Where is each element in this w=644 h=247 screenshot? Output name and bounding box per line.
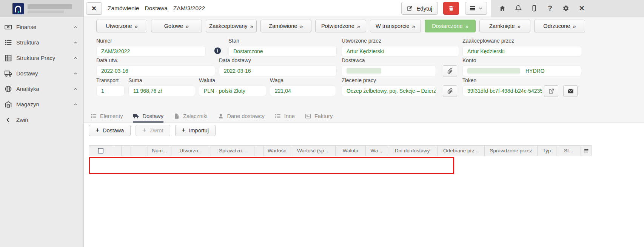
edit-button[interactable]: Edytuj <box>401 2 438 15</box>
home-icon[interactable] <box>495 0 510 17</box>
notifications-bell-icon[interactable] <box>510 0 526 17</box>
delete-button[interactable] <box>443 2 459 15</box>
settings-gear-icon[interactable] <box>558 0 574 17</box>
column-menu-button[interactable] <box>581 146 591 156</box>
column-header-odebrane-przez[interactable]: Odebrane prz... <box>437 146 484 156</box>
waga-field[interactable]: 221,04 <box>270 86 336 96</box>
add-zwrot-button: + Zwrot <box>136 125 170 136</box>
edit-button-label: Edytuj <box>416 5 432 12</box>
workflow-step-gotowe[interactable]: Gotowe» <box>151 20 202 32</box>
workflow-step-zamkniete[interactable]: Zamknięte» <box>479 20 530 32</box>
data-dostawy-field[interactable]: 2022-03-16 <box>219 66 337 76</box>
tab-dostawy[interactable]: Dostawy <box>133 113 163 123</box>
close-record-button[interactable]: ✕ <box>86 2 102 15</box>
data-utw-field[interactable]: 2022-03-16 <box>96 66 215 76</box>
zaakceptowane-przez-field[interactable]: Artur Kędzierski <box>462 46 581 57</box>
workflow-step-w-transporcie[interactable]: W transporcie» <box>370 20 421 32</box>
field-waluta: Waluta PLN - polski Złoty <box>199 77 266 96</box>
field-label: Data dostawy <box>219 57 337 63</box>
sidebar-item-struktura[interactable]: Struktura <box>0 35 83 50</box>
workflow-step-dostarczone[interactable]: Dostarczone» <box>425 20 476 32</box>
double-chevron-icon: » <box>250 23 253 29</box>
sidebar-item-label: Finanse <box>16 24 36 30</box>
sidebar-item-dostawy[interactable]: Dostawy <box>0 66 83 81</box>
question-glyph: ? <box>548 4 552 12</box>
field-label: Dostawca <box>342 57 436 63</box>
workflow-step-odrzucone[interactable]: Odrzucone» <box>534 20 585 32</box>
stan-field[interactable]: Dostarczone <box>228 46 337 57</box>
field-waga: Waga 221,04 <box>270 77 336 96</box>
konto-field[interactable]: HYDRO <box>462 66 581 76</box>
close-app-icon[interactable]: ✕ <box>574 0 590 17</box>
zlecenie-pracy-field[interactable]: Oczep żelbetowy, poj. Sekcje – Dzierżawa <box>342 86 436 96</box>
utworzone-przez-field[interactable]: Artur Kędzierski <box>342 46 459 57</box>
breadcrumb: Zamówienie Dostawa ZAM/3/2022 <box>108 5 205 12</box>
zlecenie-link-button[interactable] <box>443 85 457 97</box>
column-header-st[interactable]: St... <box>556 146 581 156</box>
column-header-dni-do-dostawy[interactable]: Dni do dostawy <box>387 146 437 156</box>
waluta-field[interactable]: PLN - polski Złoty <box>199 86 266 96</box>
spacer-column <box>121 146 131 156</box>
tab-faktury[interactable]: Faktury <box>305 113 333 123</box>
workflow-step-label: Potwierdzone <box>321 23 354 29</box>
chevron-up-icon <box>73 25 78 30</box>
topbar-actions: Edytuj <box>401 0 644 17</box>
suma-field[interactable]: 11 968,76 zł <box>128 86 195 96</box>
chevron-up-icon <box>73 102 78 107</box>
workflow-step-label: W transporcie <box>376 23 409 29</box>
column-header-waluta[interactable]: Waluta <box>335 146 365 156</box>
workflow-step-zaakceptowany[interactable]: Zaakceptowany» <box>206 20 257 32</box>
workflow-step-label: Zaakceptowany <box>209 23 248 29</box>
double-chevron-icon: » <box>573 23 576 29</box>
breadcrumb-segment: Dostawa <box>145 5 168 12</box>
help-icon[interactable]: ? <box>542 0 558 17</box>
mobile-phone-icon[interactable] <box>526 0 542 17</box>
tab-dane-dostawcy[interactable]: Dane dostawcy <box>218 113 265 123</box>
workflow-step-zamowione[interactable]: Zamówione» <box>260 20 311 32</box>
tab-zalaczniki[interactable]: Załączniki <box>174 113 207 123</box>
token-mail-button[interactable] <box>563 85 578 97</box>
more-actions-dropdown[interactable] <box>465 2 487 15</box>
token-field[interactable]: 39f31dfd-bc7f-498d-b24c-54235l <box>462 86 542 96</box>
dostawca-field[interactable] <box>342 66 436 76</box>
sidebar-item-analityka[interactable]: Analityka <box>0 81 83 97</box>
field-label: Waga <box>270 77 336 83</box>
column-header-sprawdzone[interactable]: Sprawdzo... <box>211 146 254 156</box>
import-button[interactable]: + Importuj <box>175 125 216 136</box>
transport-field[interactable]: 1 <box>96 86 125 96</box>
tab-elementy[interactable]: Elementy <box>91 113 123 123</box>
tab-label: Załączniki <box>183 113 207 119</box>
sidebar-collapse-button[interactable]: Zwiń <box>0 112 83 127</box>
sidebar-item-magazyn[interactable]: Magazyn <box>0 97 83 112</box>
spacer-column <box>112 146 121 156</box>
column-header-wa[interactable]: Wa... <box>365 146 387 156</box>
token-open-button[interactable] <box>544 85 558 97</box>
add-dostawa-button[interactable]: + Dostawa <box>89 125 131 136</box>
breadcrumb-segment: ZAM/3/2022 <box>173 5 205 12</box>
workflow-step-utworzone[interactable]: Utworzone» <box>96 20 147 32</box>
field-label: Zlecenie pracy <box>342 77 436 83</box>
truck-icon <box>5 70 12 77</box>
tab-inne[interactable]: Inne <box>275 113 295 123</box>
sidebar-item-struktura-pracy[interactable]: Struktura Pracy <box>0 50 83 66</box>
column-header-wartosc[interactable]: Wartość <box>263 146 290 156</box>
column-header-sprawdzone-przez[interactable]: Sprawdzone przez <box>484 146 537 156</box>
column-header-wartosc-sp[interactable]: Wartość (sp... <box>290 146 335 156</box>
sidebar-item-finanse[interactable]: Finanse <box>0 19 83 35</box>
workflow-step-label: Zamówione <box>269 23 297 29</box>
numer-field[interactable]: ZAM/3/2022 <box>96 46 206 57</box>
dostawca-link-button[interactable] <box>443 65 457 77</box>
select-all-checkbox[interactable] <box>98 148 103 153</box>
logo-bar <box>0 0 83 17</box>
info-icon[interactable] <box>214 47 221 54</box>
workflow-step-potwierdzone[interactable]: Potwierdzone» <box>315 20 366 32</box>
redacted-text-block <box>28 4 72 9</box>
workflow-status-bar: Utworzone» Gotowe» Zaakceptowany» Zamówi… <box>96 20 585 32</box>
column-header-num[interactable]: Num... <box>148 146 171 156</box>
list-icon <box>91 113 97 119</box>
column-header-typ[interactable]: Typ <box>537 146 556 156</box>
chevron-up-icon <box>73 71 78 76</box>
field-utworzone-przez: Utworzone przez Artur Kędzierski <box>342 38 459 57</box>
field-transport: Transport 1 <box>96 77 125 96</box>
column-header-utworzone[interactable]: Utworzo... <box>171 146 211 156</box>
